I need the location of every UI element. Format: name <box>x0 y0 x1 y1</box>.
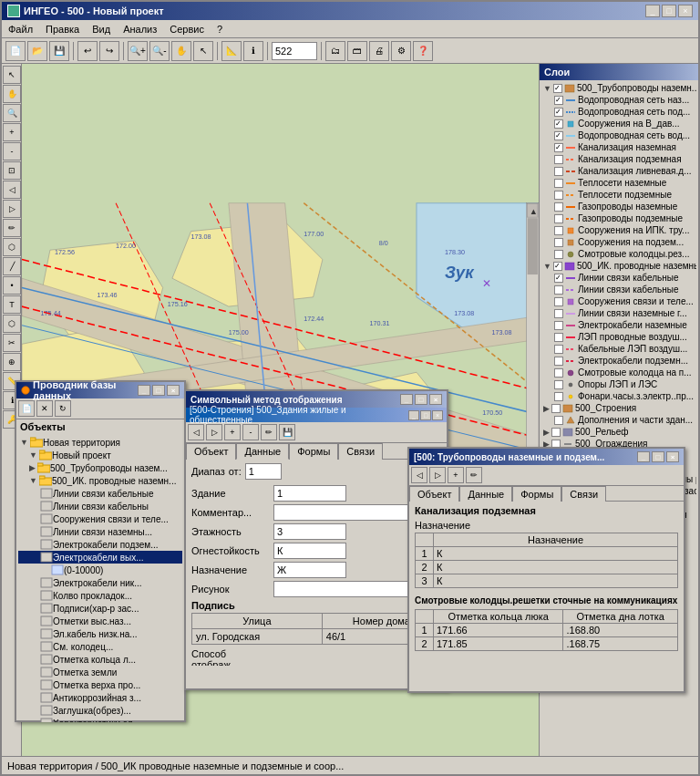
db-close-btn[interactable]: × <box>167 385 180 396</box>
layer-check-19[interactable] <box>554 309 563 318</box>
db-item-4[interactable]: Линии связи кабельные <box>18 487 182 500</box>
layer-item-21[interactable]: ЛЭП проводные воздуш... <box>541 331 696 343</box>
layer-check-16[interactable] <box>554 274 563 283</box>
sym-inner-min[interactable]: _ <box>408 410 419 420</box>
lt-poly[interactable]: ⬡ <box>3 238 21 256</box>
tb-info[interactable]: ℹ <box>243 41 263 61</box>
layer-item-29[interactable]: ▶ 500_Рельеф <box>541 426 696 438</box>
sym-tb-6[interactable]: 💾 <box>279 424 295 440</box>
layer-item-8[interactable]: Теплосети наземные <box>541 177 696 189</box>
sym-komment-input[interactable] <box>273 504 428 521</box>
pipes-close-btn[interactable]: × <box>666 451 679 462</box>
tb-db[interactable]: 🗃 <box>347 41 367 61</box>
sym-risunok-input[interactable] <box>273 581 428 597</box>
db-item-1[interactable]: ▼ Новый проект <box>18 449 182 461</box>
layer-check-4[interactable] <box>554 131 563 140</box>
sym-field-input-0[interactable] <box>273 485 346 502</box>
lt-text[interactable]: T <box>3 295 21 314</box>
tb-zoom-out[interactable]: 🔍- <box>149 41 170 61</box>
layer-item-22[interactable]: Кабельные ЛЭП воздуш... <box>541 343 696 355</box>
sym-field-input-2[interactable] <box>273 543 346 559</box>
layer-check-25[interactable] <box>554 380 563 389</box>
layer-item-25[interactable]: Опоры ЛЭП и ЛЭС <box>541 378 696 390</box>
sym-tb-3[interactable]: + <box>224 424 241 440</box>
pipes-tb-1[interactable]: ◁ <box>411 467 427 483</box>
layer-check-21[interactable] <box>554 333 563 342</box>
layer-item-28[interactable]: Дополнения и части здан... <box>541 414 696 426</box>
db-item-2[interactable]: ▶ 500_Трубопроводы назем... <box>18 461 182 474</box>
minimize-btn[interactable]: _ <box>645 5 660 17</box>
layer-check-7[interactable] <box>554 167 563 176</box>
layer-item-7[interactable]: Канализация ливневая.д... <box>541 165 696 177</box>
layer-check-20[interactable] <box>554 321 563 330</box>
db-item-5[interactable]: Линии связи кабельны <box>18 500 182 512</box>
sym-tab-links[interactable]: Связи <box>338 443 383 460</box>
layer-item-4[interactable]: Водопроводная сеть вод... <box>541 129 696 141</box>
sym-tb-1[interactable]: ◁ <box>188 424 204 440</box>
layer-check-0[interactable] <box>553 84 562 93</box>
menu-service[interactable]: Сервис <box>167 23 207 36</box>
lt-del[interactable]: ✂ <box>3 334 21 352</box>
pipes-tb-3[interactable]: + <box>448 467 464 483</box>
db-item-15[interactable]: Эл.кабель низк.на... <box>18 627 182 640</box>
sym-tb-2[interactable]: ▷ <box>206 424 222 440</box>
lt-snap[interactable]: ⊕ <box>3 353 21 371</box>
lt-zoom[interactable]: 🔍 <box>3 104 21 122</box>
db-item-11[interactable]: Электрокабели ник... <box>18 576 182 589</box>
layer-check-24[interactable] <box>554 368 563 378</box>
db-item-6[interactable]: Сооружения связи и теле... <box>18 512 182 525</box>
layer-check-2[interactable] <box>554 108 563 117</box>
layer-check-27[interactable] <box>551 404 561 413</box>
lt-point[interactable]: • <box>3 276 21 295</box>
db-item-12[interactable]: Колво прокладок... <box>18 589 182 602</box>
pipes-tab-links[interactable]: Связи <box>561 486 606 502</box>
db-item-16[interactable]: См. колодец... <box>18 640 182 653</box>
layer-check-10[interactable] <box>554 202 563 212</box>
db-item-17[interactable]: Отметка кольца л... <box>18 653 182 666</box>
layer-item-14[interactable]: Смотровые колодцы.рез... <box>541 248 696 260</box>
db-minimize-btn[interactable]: _ <box>138 385 150 396</box>
menu-help[interactable]: ? <box>214 23 225 36</box>
layer-check-12[interactable] <box>554 226 563 235</box>
layer-item-1[interactable]: Водопроводная сеть наз... <box>541 94 696 106</box>
layer-check-11[interactable] <box>554 214 563 223</box>
sym-inner-close[interactable]: × <box>432 410 443 420</box>
layer-item-9[interactable]: Теплосети подземные <box>541 189 696 201</box>
db-item-20[interactable]: Антикоррозийная з... <box>18 691 182 704</box>
layer-item-12[interactable]: Сооружения на ИПК. тру... <box>541 224 696 236</box>
tb-open[interactable]: 📂 <box>27 41 47 61</box>
db-item-13[interactable]: Подписи(хар-р зас... <box>18 602 182 615</box>
pipes-tb-4[interactable]: ✏ <box>466 467 482 483</box>
layer-item-18[interactable]: Сооружения связи и теле... <box>541 295 696 307</box>
tb-print[interactable]: 🖨 <box>369 41 389 61</box>
sym-tab-data[interactable]: Данные <box>236 443 289 460</box>
tb-select[interactable]: ↖ <box>193 41 213 61</box>
layer-item-0[interactable]: ▼ 500_Трубопроводы наземн... <box>541 82 696 94</box>
layer-check-1[interactable] <box>554 96 563 105</box>
tb-measure[interactable]: 📐 <box>221 41 242 61</box>
layer-item-19[interactable]: Линии связи наземные г... <box>541 307 696 319</box>
layer-item-27[interactable]: ▶ 500_Строения <box>541 402 696 414</box>
pipes-tab-object[interactable]: Объект <box>409 486 459 502</box>
layer-check-18[interactable] <box>554 297 563 306</box>
db-item-18[interactable]: Отметка земли <box>18 666 182 678</box>
pipes-tab-data[interactable]: Данные <box>459 486 512 502</box>
layer-check-14[interactable] <box>554 250 563 259</box>
close-btn[interactable]: × <box>678 5 693 17</box>
db-item-19[interactable]: Отметка верха про... <box>18 678 182 691</box>
lt-select[interactable]: ↖ <box>3 66 21 84</box>
layer-item-23[interactable]: Электрокабели подземн... <box>541 355 696 367</box>
db-item-22[interactable]: Характеристики эл... <box>18 717 182 722</box>
sym-field-input-3[interactable] <box>273 562 346 578</box>
db-item-14[interactable]: Отметки выс.наз... <box>18 615 182 627</box>
layer-check-9[interactable] <box>554 191 563 200</box>
layer-check-23[interactable] <box>554 357 563 366</box>
maximize-btn[interactable]: □ <box>662 5 676 17</box>
layer-item-24[interactable]: Смотровые колодца на п... <box>541 367 696 378</box>
tb-zoom-in[interactable]: 🔍+ <box>128 41 148 61</box>
sym-tab-object[interactable]: Объект <box>186 443 236 460</box>
db-tb-refresh[interactable]: ↻ <box>55 400 71 417</box>
layer-check-3[interactable] <box>554 119 563 129</box>
layer-check-28[interactable] <box>554 416 563 425</box>
db-item-7[interactable]: Линии связи наземны... <box>18 525 182 538</box>
